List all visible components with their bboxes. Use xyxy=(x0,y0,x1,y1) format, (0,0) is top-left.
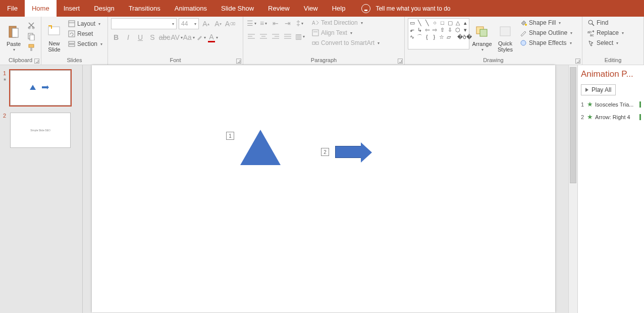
right-arrow-shape[interactable] xyxy=(335,146,361,158)
bullets-button[interactable]: ☰▾ xyxy=(246,18,256,28)
dialog-launcher-icon[interactable] xyxy=(575,59,580,64)
paste-button[interactable]: Paste ▾ xyxy=(3,18,24,53)
tell-me-search[interactable]: Tell me what you want to do xyxy=(361,0,450,17)
dialog-launcher-icon[interactable] xyxy=(34,59,39,64)
dialog-launcher-icon[interactable] xyxy=(236,59,241,64)
dialog-launcher-icon[interactable] xyxy=(398,59,403,64)
italic-button[interactable]: I xyxy=(123,32,133,42)
shape-line2-icon: ╲ xyxy=(424,20,430,26)
scrollbar-thumb[interactable] xyxy=(570,67,576,183)
play-all-label: Play All xyxy=(592,86,611,93)
animation-item-2[interactable]: 2 ★ Arrow: Right 4 xyxy=(581,113,641,121)
group-label-font: Font xyxy=(108,56,243,65)
bold-button[interactable]: B xyxy=(111,32,121,42)
arrange-button[interactable]: Arrange▾ xyxy=(471,18,493,53)
font-name-combo[interactable]: ▾ xyxy=(111,18,177,29)
shape-outline-button[interactable]: Shape Outline▾ xyxy=(518,28,574,37)
columns-button[interactable]: ▥▾ xyxy=(295,31,305,41)
shape-hex-icon: ⬡ xyxy=(455,27,460,33)
increase-indent-button[interactable]: ⇥ xyxy=(283,18,293,28)
tab-animations[interactable]: Animations xyxy=(168,0,214,17)
new-slide-button[interactable]: New Slide xyxy=(44,18,64,53)
align-left-button[interactable] xyxy=(246,31,256,41)
replace-button[interactable]: abac Replace▾ xyxy=(585,28,626,37)
shapes-gallery[interactable]: ▭ ╲ ╲ ○ □ ▢ △ ▴ ⬐ ↳ ⇦ ⇨ ⇧ ⇩ ⬡ ▾ xyxy=(408,18,469,49)
clear-format-icon[interactable]: A⌫ xyxy=(225,19,235,29)
layout-button[interactable]: Layout▾ xyxy=(66,19,104,28)
decrease-indent-button[interactable]: ⇤ xyxy=(271,18,281,28)
group-clipboard: Paste ▾ Clipboard xyxy=(0,17,41,65)
quick-styles-button[interactable]: Quick Styles xyxy=(495,18,516,53)
format-painter-icon[interactable] xyxy=(26,42,36,53)
shape-effects-button[interactable]: Shape Effects▾ xyxy=(518,38,574,47)
tab-slideshow[interactable]: Slide Show xyxy=(214,0,261,17)
tab-review[interactable]: Review xyxy=(261,0,297,17)
line-spacing-button[interactable]: ‡▾ xyxy=(295,18,305,28)
svg-rect-5 xyxy=(30,35,34,40)
shape-rect-icon: ▭ xyxy=(409,20,415,26)
smartart-button[interactable]: Convert to SmartArt▾ xyxy=(310,38,382,47)
change-case-button[interactable]: Aa▾ xyxy=(184,32,194,42)
workspace: 1 ★ 2 Simple Slide SEO 1 2 xyxy=(0,65,644,313)
slide[interactable]: 1 2 xyxy=(92,65,555,312)
find-icon xyxy=(587,19,595,26)
entrance-star-icon: ★ xyxy=(587,113,593,121)
shape-tri-icon: △ xyxy=(455,20,460,26)
svg-text:A: A xyxy=(312,20,315,26)
char-spacing-button[interactable]: AV▾ xyxy=(172,32,182,42)
gallery-more-icon[interactable]: �ծ� xyxy=(461,34,468,40)
scroll-dn-icon[interactable]: ▾ xyxy=(462,27,468,33)
animation-item-1[interactable]: 1 ★ Isosceles Tria... xyxy=(581,100,641,108)
paste-label: Paste xyxy=(7,41,21,47)
justify-button[interactable] xyxy=(283,31,293,41)
svg-line-37 xyxy=(592,24,594,26)
select-icon xyxy=(587,39,595,46)
tab-insert[interactable]: Insert xyxy=(57,0,87,17)
tab-transitions[interactable]: Transitions xyxy=(122,0,168,17)
text-direction-button[interactable]: A Text Direction▾ xyxy=(310,18,382,27)
find-button[interactable]: Find xyxy=(585,18,626,27)
cut-icon[interactable] xyxy=(26,20,36,30)
tab-help[interactable]: Help xyxy=(325,0,353,17)
decrease-font-icon[interactable]: A▾ xyxy=(213,19,223,29)
svg-rect-1 xyxy=(12,28,18,37)
copy-icon[interactable] xyxy=(26,31,36,41)
font-color-button[interactable]: A▾ xyxy=(208,32,218,42)
strike-button[interactable]: abc xyxy=(159,32,170,42)
svg-rect-9 xyxy=(69,21,75,27)
tab-design[interactable]: Design xyxy=(87,0,121,17)
shape-fill-button[interactable]: Shape Fill▾ xyxy=(518,18,574,27)
text-direction-icon: A xyxy=(312,19,319,26)
scroll-up-icon[interactable]: ▴ xyxy=(462,20,468,26)
align-text-button[interactable]: Align Text▾ xyxy=(310,28,382,37)
thumb-preview-2: Simple Slide SEO xyxy=(10,113,71,148)
ribbon: Paste ▾ Clipboard New Slide xyxy=(0,17,644,65)
align-center-button[interactable] xyxy=(258,31,269,41)
tab-home[interactable]: Home xyxy=(25,0,57,17)
thumbnail-1[interactable]: 1 ★ xyxy=(3,70,77,106)
tab-view[interactable]: View xyxy=(297,0,325,17)
reset-icon xyxy=(68,30,75,37)
numbering-button[interactable]: ≡▾ xyxy=(258,18,269,28)
increase-font-icon[interactable]: A▴ xyxy=(201,19,211,29)
svg-rect-6 xyxy=(29,44,34,47)
anim-label: Isosceles Tria... xyxy=(595,101,633,108)
animation-tag-1[interactable]: 1 xyxy=(226,132,234,140)
underline-button[interactable]: U xyxy=(135,32,145,42)
select-button[interactable]: Select▾ xyxy=(585,38,626,47)
reset-button[interactable]: Reset xyxy=(66,29,104,38)
tab-file[interactable]: File xyxy=(0,0,25,17)
vertical-scrollbar[interactable] xyxy=(568,65,577,313)
thumbnail-2[interactable]: 2 Simple Slide SEO xyxy=(3,113,77,148)
shadow-button[interactable]: S xyxy=(147,32,157,42)
animation-tag-2[interactable]: 2 xyxy=(321,148,329,156)
align-right-button[interactable] xyxy=(271,31,281,41)
thumb-number: 2 xyxy=(3,113,8,148)
shape-arc-icon: ⌒ xyxy=(417,34,422,40)
font-size-combo[interactable]: 44▾ xyxy=(179,18,199,29)
paste-icon xyxy=(6,24,22,40)
play-all-button[interactable]: Play All xyxy=(581,84,616,95)
highlight-button[interactable]: ▾ xyxy=(196,32,206,42)
triangle-shape[interactable] xyxy=(240,130,281,165)
section-button[interactable]: Section▾ xyxy=(66,39,104,48)
